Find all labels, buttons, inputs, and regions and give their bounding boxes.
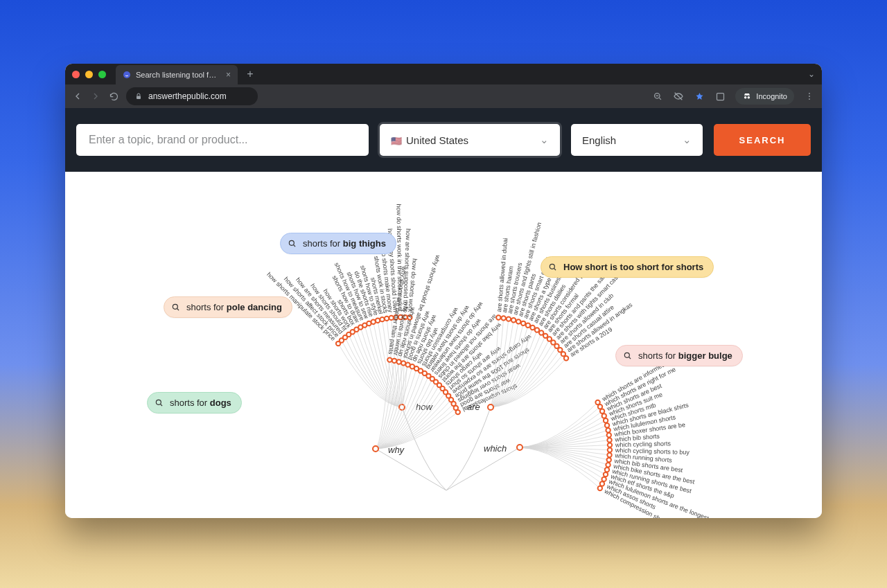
topic-placeholder: Enter a topic, brand or product...: [89, 134, 247, 146]
callout-pole-dancing[interactable]: shorts for pole dancing: [164, 296, 292, 318]
svg-point-123: [488, 404, 493, 410]
svg-point-103: [530, 326, 534, 330]
visualization-area: how shorts manipulate stock pricehow sho…: [65, 172, 822, 518]
url-host: answerthepublic.com: [148, 91, 227, 101]
extensions-icon[interactable]: [714, 91, 726, 102]
callout-bigger-bulge[interactable]: shorts for bigger bulge: [615, 345, 743, 366]
svg-point-125: [595, 400, 599, 404]
browser-window: Search listening tool for marke × + ⌄ an…: [65, 64, 822, 518]
close-window-button[interactable]: [72, 71, 80, 78]
svg-point-163: [517, 445, 522, 450]
zoom-icon[interactable]: [652, 91, 663, 102]
search-button[interactable]: SEARCH: [714, 124, 811, 156]
svg-point-143: [608, 443, 612, 447]
maximize-window-button[interactable]: [98, 71, 106, 78]
svg-point-169: [624, 353, 629, 357]
svg-point-101: [526, 323, 530, 328]
svg-point-155: [604, 472, 608, 476]
bookmark-star-icon[interactable]: [694, 91, 705, 102]
callout-big-thighs[interactable]: shorts for big thighs: [280, 233, 396, 254]
lock-icon: [134, 92, 143, 100]
svg-point-91: [501, 316, 505, 320]
search-icon: [548, 262, 558, 272]
close-tab-icon[interactable]: ×: [226, 70, 231, 80]
chevron-down-icon: ⌄: [540, 134, 549, 146]
svg-point-109: [543, 334, 547, 338]
svg-point-161: [598, 486, 602, 490]
svg-point-165: [289, 240, 294, 245]
browser-tab[interactable]: Search listening tool for marke ×: [116, 65, 238, 84]
svg-text:how: how: [416, 402, 433, 412]
svg-point-85: [456, 410, 460, 414]
svg-point-167: [156, 400, 161, 404]
svg-point-99: [521, 321, 525, 326]
svg-point-129: [600, 409, 604, 413]
svg-point-149: [607, 458, 611, 462]
svg-point-93: [507, 317, 511, 321]
svg-point-0: [123, 71, 130, 78]
minimize-window-button[interactable]: [85, 71, 93, 78]
svg-rect-1: [137, 96, 141, 100]
svg-point-105: [535, 328, 539, 332]
svg-point-168: [550, 264, 554, 269]
address-bar[interactable]: answerthepublic.com: [126, 87, 258, 105]
language-select[interactable]: English ⌄: [571, 124, 703, 156]
svg-point-8: [809, 98, 810, 100]
search-icon: [288, 239, 297, 249]
search-icon: [155, 398, 164, 408]
svg-point-137: [606, 428, 610, 432]
svg-rect-3: [717, 93, 723, 100]
svg-point-153: [605, 467, 609, 472]
flag-icon: 🇺🇸: [391, 136, 402, 146]
reload-button[interactable]: [108, 91, 119, 102]
svg-text:which: which: [484, 443, 507, 454]
svg-point-135: [605, 423, 609, 427]
svg-point-159: [600, 481, 604, 485]
svg-point-29: [376, 319, 380, 323]
svg-point-121: [564, 356, 568, 360]
back-button[interactable]: [72, 91, 83, 102]
callout-dogs[interactable]: shorts for dogs: [147, 392, 242, 413]
svg-point-33: [385, 317, 389, 321]
svg-point-113: [551, 340, 555, 344]
svg-point-5: [748, 96, 750, 99]
kebab-menu-icon[interactable]: [804, 91, 815, 102]
browser-toolbar: answerthepublic.com Incognito: [65, 84, 822, 108]
incognito-icon: [742, 91, 752, 101]
svg-point-6: [809, 93, 810, 94]
svg-point-147: [607, 453, 611, 457]
svg-point-117: [558, 348, 562, 352]
svg-point-49: [392, 359, 396, 363]
incognito-badge[interactable]: Incognito: [735, 88, 794, 105]
svg-point-119: [561, 352, 565, 356]
search-header: Enter a topic, brand or product... 🇺🇸Uni…: [65, 108, 822, 172]
chevron-down-icon: ⌄: [683, 134, 692, 146]
svg-point-95: [511, 318, 516, 322]
country-select[interactable]: 🇺🇸United States ⌄: [380, 124, 560, 156]
svg-point-166: [173, 304, 177, 309]
tabs-menu-icon[interactable]: ⌄: [808, 69, 815, 79]
svg-point-97: [516, 319, 520, 323]
svg-point-111: [547, 337, 552, 341]
svg-point-151: [606, 463, 610, 467]
incognito-label: Incognito: [756, 92, 787, 100]
titlebar: Search listening tool for marke × + ⌄: [65, 64, 822, 84]
svg-point-47: [387, 357, 392, 362]
svg-point-31: [380, 317, 384, 321]
window-controls: [72, 71, 106, 78]
svg-point-89: [496, 315, 500, 319]
callout-how-short[interactable]: How short is too short for shorts: [541, 256, 714, 278]
svg-point-141: [607, 438, 611, 442]
search-icon: [171, 303, 181, 312]
forward-button[interactable]: [90, 91, 101, 102]
new-tab-button[interactable]: +: [242, 66, 258, 82]
country-label: United States: [406, 134, 468, 146]
eye-off-icon[interactable]: [673, 91, 684, 102]
svg-point-7: [809, 96, 810, 97]
svg-point-127: [598, 404, 602, 409]
topic-input[interactable]: Enter a topic, brand or product...: [76, 124, 369, 156]
svg-point-145: [608, 448, 612, 452]
tab-title: Search listening tool for marke: [136, 71, 218, 79]
tab-favicon: [123, 71, 131, 79]
svg-point-157: [601, 477, 606, 481]
